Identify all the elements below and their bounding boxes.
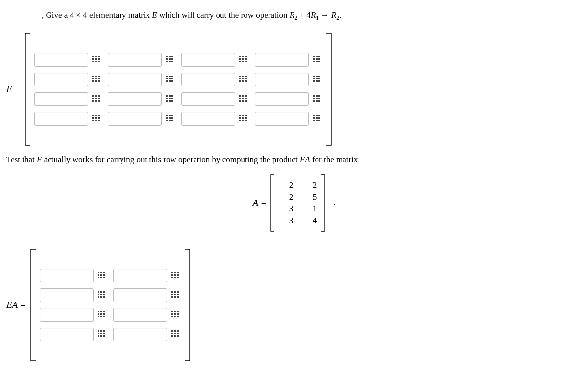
rowop-R2a-sub: 2 xyxy=(294,14,297,21)
keypad-icon[interactable] xyxy=(313,115,322,123)
matrix-entry-input[interactable] xyxy=(108,112,162,126)
keypad-icon[interactable] xyxy=(98,291,107,299)
EA-matrix-block: EA = xyxy=(6,248,582,362)
matrix-entry-input[interactable] xyxy=(113,269,167,282)
keypad-icon[interactable] xyxy=(92,56,102,64)
matrix-entry-input[interactable] xyxy=(34,53,88,67)
keypad-icon[interactable] xyxy=(239,56,249,64)
keypad-icon[interactable] xyxy=(239,76,249,83)
matrix-entry-input[interactable] xyxy=(255,112,309,126)
keypad-icon[interactable] xyxy=(98,330,107,338)
keypad-icon[interactable] xyxy=(313,76,322,83)
matrix-cell xyxy=(110,308,184,322)
prompt-mid1: elementary matrix xyxy=(89,10,152,20)
left-bracket-icon xyxy=(24,32,31,146)
E-equals-label: E = xyxy=(6,84,21,95)
matrix-entry-input[interactable] xyxy=(34,73,88,86)
keypad-icon[interactable] xyxy=(92,95,102,103)
EA-equals-label: EA = xyxy=(6,300,26,310)
rowop-plus: + 4 xyxy=(300,10,311,20)
right-bracket-icon xyxy=(320,174,326,232)
matrix-entry-input[interactable] xyxy=(34,92,88,106)
period: . xyxy=(333,198,335,208)
keypad-icon[interactable] xyxy=(98,272,107,279)
keypad-icon[interactable] xyxy=(171,272,181,279)
keypad-icon[interactable] xyxy=(166,115,175,123)
matrix-cell xyxy=(178,53,252,67)
A-matrix-values: −2−2−253134 xyxy=(275,178,320,228)
matrix-cell xyxy=(37,328,110,341)
keypad-icon[interactable] xyxy=(239,115,249,123)
test-instruction: Test that E actually works for carrying … xyxy=(6,155,582,165)
matrix-entry-input[interactable] xyxy=(181,92,235,106)
matrix-value: −2 xyxy=(279,180,293,190)
matrix-cell xyxy=(105,73,178,86)
A-equals-label: A = xyxy=(252,198,267,208)
test-prefix: Test that xyxy=(6,155,37,164)
matrix-entry-input[interactable] xyxy=(255,53,309,67)
matrix-cell xyxy=(31,112,105,126)
right-bracket-icon xyxy=(325,32,333,146)
keypad-icon[interactable] xyxy=(171,330,181,338)
matrix-size: 4 × 4 xyxy=(70,10,87,20)
rowop-R2b: R xyxy=(331,10,336,20)
keypad-icon[interactable] xyxy=(92,115,102,123)
matrix-entry-input[interactable] xyxy=(108,92,162,106)
test-mid: actually works for carrying out this row… xyxy=(44,155,300,164)
keypad-icon[interactable] xyxy=(171,311,181,319)
matrix-cell xyxy=(110,328,184,341)
keypad-icon[interactable] xyxy=(313,56,322,64)
keypad-icon[interactable] xyxy=(98,311,107,319)
matrix-cell xyxy=(110,269,184,282)
matrix-value: 1 xyxy=(303,204,317,214)
matrix-entry-input[interactable] xyxy=(108,73,162,86)
matrix-value: −2 xyxy=(303,180,317,190)
E-matrix-block: E = xyxy=(6,32,582,146)
matrix-entry-input[interactable] xyxy=(255,73,309,86)
keypad-icon[interactable] xyxy=(239,95,249,103)
keypad-icon[interactable] xyxy=(166,76,175,83)
matrix-cell xyxy=(37,288,110,302)
keypad-icon[interactable] xyxy=(313,95,322,103)
matrix-entry-input[interactable] xyxy=(181,73,235,86)
prompt-mid2: which will carry out the row operation xyxy=(159,10,290,20)
matrix-cell xyxy=(110,288,184,302)
keypad-icon[interactable] xyxy=(171,291,181,299)
matrix-cell xyxy=(105,112,178,126)
matrix-entry-input[interactable] xyxy=(181,53,235,67)
keypad-icon[interactable] xyxy=(92,76,102,83)
EA-input-grid xyxy=(37,263,184,347)
right-bracket-icon xyxy=(184,248,192,362)
matrix-entry-input[interactable] xyxy=(113,328,167,341)
matrix-entry-input[interactable] xyxy=(40,288,94,302)
test-suffix: for the matrix xyxy=(312,155,358,164)
matrix-value: 3 xyxy=(279,216,293,226)
matrix-cell xyxy=(31,92,105,106)
matrix-entry-input[interactable] xyxy=(40,328,94,341)
matrix-entry-input[interactable] xyxy=(40,269,94,282)
matrix-entry-input[interactable] xyxy=(113,288,167,302)
A-matrix-block: A = −2−2−253134 . xyxy=(6,174,582,232)
matrix-entry-input[interactable] xyxy=(40,308,94,322)
matrix-entry-input[interactable] xyxy=(34,112,88,126)
matrix-entry-input[interactable] xyxy=(181,112,235,126)
keypad-icon[interactable] xyxy=(166,95,175,103)
rowop-R1-sub: 1 xyxy=(316,14,318,21)
keypad-icon[interactable] xyxy=(166,56,175,64)
matrix-value: 3 xyxy=(279,204,293,214)
question-prompt: , Give a 4 × 4 elementary matrix E which… xyxy=(42,10,582,22)
matrix-value: 4 xyxy=(303,216,317,226)
matrix-cell xyxy=(178,112,252,126)
matrix-entry-input[interactable] xyxy=(108,53,162,67)
matrix-value: 5 xyxy=(303,192,317,202)
matrix-entry-input[interactable] xyxy=(113,308,167,322)
E-symbol: E xyxy=(152,10,157,20)
prompt-prefix: , Give a xyxy=(42,10,70,20)
matrix-entry-input[interactable] xyxy=(255,92,309,106)
matrix-cell xyxy=(252,73,325,86)
rowop-R2a: R xyxy=(290,10,294,20)
matrix-cell xyxy=(178,92,252,106)
rowop-arrow: → xyxy=(321,10,331,20)
matrix-cell xyxy=(252,92,325,106)
matrix-cell xyxy=(105,53,178,67)
